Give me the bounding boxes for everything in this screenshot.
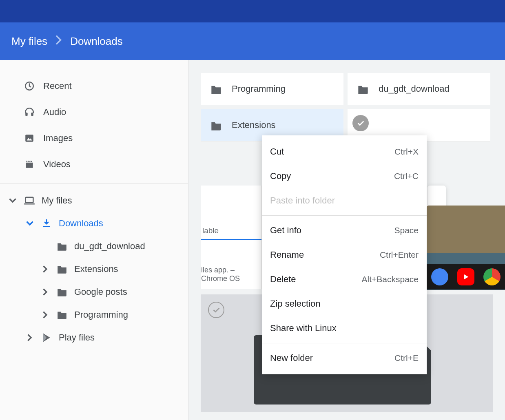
tree-label: Extensions [74, 264, 118, 274]
chevron-right-icon[interactable] [41, 288, 50, 296]
breadcrumb-current: Downloads [70, 35, 123, 48]
folder-icon [56, 286, 68, 298]
app-icon [431, 268, 448, 285]
chevron-right-icon[interactable] [25, 334, 34, 341]
menu-label: Get info [270, 225, 301, 236]
sidebar-item-images[interactable]: Images [0, 125, 188, 151]
folder-icon [210, 121, 222, 130]
tree-child-du-gdt[interactable]: du_gdt_download [0, 235, 188, 258]
folder-icon [56, 309, 68, 321]
partial-text: lable [202, 226, 219, 235]
sidebar: Recent Audio Images Videos [0, 60, 188, 420]
menu-label: Delete [270, 274, 296, 285]
divider [262, 215, 427, 216]
menu-label: Rename [270, 250, 304, 260]
tree-child-programming[interactable]: Programming [0, 303, 188, 326]
tree-label: Programming [74, 309, 128, 320]
folder-icon [210, 84, 222, 93]
partial-caption-box: lable iles app. – Chrome OS [201, 186, 262, 289]
menu-item-share-with-linux[interactable]: Share with Linux [262, 316, 427, 340]
menu-label: Cut [270, 146, 284, 157]
tree-child-extensions[interactable]: Extensions [0, 258, 188, 281]
menu-item-rename[interactable]: Rename Ctrl+Enter [262, 243, 427, 267]
menu-label: Paste into folder [270, 195, 335, 206]
header: My files Downloads [0, 22, 505, 60]
menu-item-new-folder[interactable]: New folder Ctrl+E [262, 346, 427, 370]
tree-my-files[interactable]: My files [0, 189, 188, 212]
svg-rect-2 [31, 113, 33, 116]
folder-tile-programming[interactable]: Programming [201, 73, 343, 105]
divider [0, 183, 188, 183]
folder-icon [56, 241, 68, 252]
tree-label: du_gdt_download [74, 241, 145, 252]
menu-item-zip-selection[interactable]: Zip selection [262, 292, 427, 316]
menu-label: Copy [270, 171, 291, 181]
menu-item-paste-into-folder: Paste into folder [262, 188, 427, 213]
svg-rect-1 [25, 113, 27, 116]
folder-icon [56, 263, 68, 275]
clock-icon [24, 80, 35, 92]
breadcrumb: My files Downloads [11, 35, 123, 48]
menu-shortcut: Alt+Backspace [362, 274, 419, 284]
chevron-right-icon[interactable] [41, 311, 50, 318]
thumbnail-shelf [427, 264, 505, 290]
partial-caption: iles app. – Chrome OS [201, 266, 261, 283]
tree-downloads[interactable]: Downloads [0, 212, 188, 235]
sidebar-item-label: Recent [43, 81, 72, 91]
folder-icon [357, 84, 369, 93]
laptop-icon [24, 195, 35, 206]
svg-rect-5 [26, 197, 33, 203]
tree-label: My files [42, 195, 72, 206]
chrome-icon [483, 268, 501, 285]
chevron-right-icon [55, 35, 62, 48]
image-icon [24, 133, 35, 144]
tree-label: Play files [59, 332, 95, 343]
menu-label: Share with Linux [270, 323, 337, 334]
svg-rect-3 [25, 135, 33, 141]
sidebar-item-audio[interactable]: Audio [0, 99, 188, 125]
menu-shortcut: Ctrl+E [394, 353, 419, 363]
video-icon [24, 159, 35, 170]
download-icon [41, 218, 52, 229]
menu-label: New folder [270, 353, 313, 363]
sidebar-item-label: Videos [43, 159, 71, 170]
tree-child-google-posts[interactable]: Google posts [0, 281, 188, 303]
title-bar [0, 0, 505, 22]
divider [262, 343, 427, 343]
sidebar-item-label: Images [43, 133, 73, 144]
menu-item-cut[interactable]: Cut Ctrl+X [262, 139, 427, 164]
sidebar-item-recent[interactable]: Recent [0, 73, 188, 99]
menu-item-get-info[interactable]: Get info Space [262, 218, 427, 243]
check-icon [352, 115, 369, 131]
youtube-icon [457, 268, 474, 285]
menu-shortcut: Space [394, 225, 419, 235]
sidebar-item-videos[interactable]: Videos [0, 151, 188, 177]
tile-label: Programming [232, 84, 286, 94]
context-menu: Cut Ctrl+X Copy Ctrl+C Paste into folder… [262, 135, 427, 374]
active-underline [201, 239, 261, 240]
menu-shortcut: Ctrl+C [394, 171, 419, 181]
menu-item-copy[interactable]: Copy Ctrl+C [262, 164, 427, 188]
menu-item-delete[interactable]: Delete Alt+Backspace [262, 267, 427, 292]
tree-label: Google posts [74, 287, 127, 297]
tree-play-files[interactable]: Play files [0, 326, 188, 349]
chevron-right-icon[interactable] [41, 265, 50, 273]
menu-shortcut: Ctrl+X [394, 147, 419, 157]
sidebar-item-label: Audio [43, 107, 66, 117]
folder-tile-du-gdt[interactable]: du_gdt_download [348, 73, 490, 105]
tile-label: du_gdt_download [379, 84, 450, 94]
breadcrumb-root[interactable]: My files [11, 35, 47, 48]
svg-rect-6 [43, 226, 50, 227]
tile-label: Extensions [232, 120, 276, 130]
check-icon [208, 302, 224, 318]
menu-label: Zip selection [270, 298, 321, 309]
menu-shortcut: Ctrl+Enter [380, 250, 419, 260]
chevron-down-icon[interactable] [8, 198, 17, 203]
tree-label: Downloads [59, 218, 103, 229]
headphones-icon [24, 106, 35, 118]
chevron-down-icon[interactable] [25, 221, 34, 226]
play-icon [41, 332, 52, 343]
